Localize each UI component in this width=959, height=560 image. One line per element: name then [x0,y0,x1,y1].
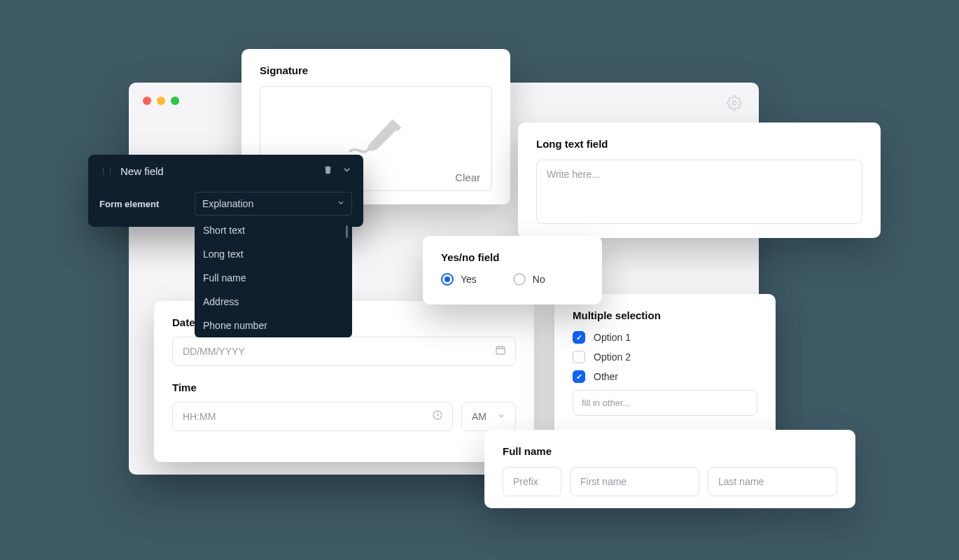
date-input[interactable]: DD/MM/YYYY [172,337,516,366]
radio-no-label: No [533,274,545,285]
pen-icon [346,119,406,158]
checkbox-row[interactable]: ✓ Other [573,370,757,383]
clock-icon[interactable] [432,410,443,424]
full-name-title: Full name [503,445,837,457]
svg-point-0 [732,101,736,105]
checkbox-row[interactable]: ✓ Option 1 [573,331,757,344]
last-name-input[interactable]: Last name [708,467,837,496]
chevron-down-icon [497,411,505,422]
time-input[interactable]: HH:MM [172,402,453,431]
maximize-window-button[interactable] [171,97,179,105]
dropdown-option[interactable]: Full name [195,266,352,290]
checkbox-row[interactable]: Option 2 [573,351,757,363]
chevron-down-icon[interactable] [342,164,352,178]
new-field-panel: ⋮⋮ New field Form element Explanation [88,155,363,227]
multi-select-card: Multiple selection ✓ Option 1 Option 2 ✓… [554,294,776,448]
scrollbar-thumb[interactable] [346,225,348,238]
minimize-window-button[interactable] [157,97,165,105]
signature-clear-button[interactable]: Clear [455,172,480,183]
drag-handle-icon[interactable]: ⋮⋮ [99,169,113,174]
gear-icon[interactable] [727,95,742,113]
ampm-select[interactable]: AM [461,402,516,431]
multi-select-title: Multiple selection [573,309,757,321]
trash-icon[interactable] [323,164,333,178]
yes-no-title: Yes/no field [441,251,584,263]
chevron-down-icon [337,199,345,209]
signature-title: Signature [260,64,492,76]
other-input[interactable]: fill in other... [573,390,757,416]
checkbox-unchecked-icon [573,351,585,363]
radio-selected-icon [441,273,454,286]
checkbox-label: Option 1 [594,332,631,343]
checkbox-checked-icon: ✓ [573,331,585,344]
form-element-select[interactable]: Explanation Short text Long text Full na… [195,192,352,216]
checkbox-checked-icon: ✓ [573,370,585,383]
yes-no-card: Yes/no field Yes No [423,236,602,304]
form-element-selected: Explanation [195,192,352,216]
window-controls [143,97,179,105]
long-text-card: Long text field Write here... [518,122,881,238]
dropdown-option[interactable]: Phone number [195,314,352,337]
dropdown-option[interactable]: Short text [195,218,352,242]
radio-yes[interactable]: Yes [441,273,477,286]
long-text-title: Long text field [536,138,862,150]
calendar-icon[interactable] [495,344,506,358]
prefix-input[interactable]: Prefix [503,467,561,496]
dropdown-option[interactable]: Long text [195,242,352,266]
ampm-value: AM [472,411,486,422]
form-element-label: Form element [99,199,183,209]
radio-yes-label: Yes [461,274,477,285]
first-name-input[interactable]: First name [570,467,699,496]
radio-no[interactable]: No [513,273,545,286]
new-field-title: New field [120,165,164,177]
checkbox-label: Other [594,371,618,382]
full-name-card: Full name Prefix First name Last name [484,430,855,508]
long-text-input[interactable]: Write here... [536,160,862,224]
form-element-dropdown: Short text Long text Full name Address P… [195,218,352,337]
svg-rect-1 [496,346,505,354]
dropdown-option[interactable]: Address [195,290,352,314]
checkbox-label: Option 2 [594,351,631,363]
radio-unselected-icon [513,273,526,286]
close-window-button[interactable] [143,97,151,105]
time-label: Time [172,382,516,393]
